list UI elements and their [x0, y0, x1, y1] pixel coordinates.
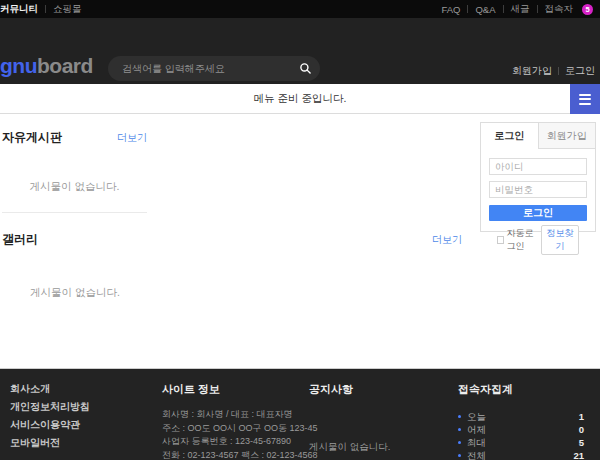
footer-visitor-stats: 접속자집계 오늘 1 어제 0 최대 5 전체 21 — [458, 382, 584, 460]
footer-notice-empty-message: 게시물이 없습니다. — [309, 441, 439, 454]
login-submit-button[interactable]: 로그인 — [489, 205, 587, 221]
visitor-value: 5 — [579, 436, 584, 449]
visitor-label: 어제 — [467, 423, 486, 436]
topbar-faq-link[interactable]: FAQ — [441, 4, 460, 15]
tab-login[interactable]: 로그인 — [481, 123, 538, 149]
topbar-right-menu: FAQ Q&A 새글 접속자 5 — [441, 3, 600, 16]
gallery-section: 갤러리 더보기 게시물이 없습니다. — [2, 231, 462, 300]
footer-site-info: 사이트 정보 회사명 : 회사명 / 대표 : 대표자명 주소 : OO도 OO… — [162, 382, 312, 460]
topbar-shop-link[interactable]: 쇼핑몰 — [53, 3, 82, 16]
visitor-value: 1 — [579, 410, 584, 423]
footer-links: 회사소개 개인정보처리방침 서비스이용약관 모바일버전 — [10, 382, 90, 450]
latest-board-title[interactable]: 자유게시판 — [2, 129, 62, 146]
bullet-icon — [458, 454, 461, 457]
visitor-label: 최대 — [467, 436, 486, 449]
topbar-separator — [537, 5, 538, 13]
site-info-company: 회사명 : 회사명 / 대표 : 대표자명 — [162, 408, 312, 422]
topbar-newposts-link[interactable]: 새글 — [511, 3, 530, 16]
signup-link[interactable]: 회원가입 — [512, 64, 552, 78]
topbar-qna-link[interactable]: Q&A — [475, 4, 495, 15]
topbar: 커뮤니티 쇼핑몰 FAQ Q&A 새글 접속자 5 — [0, 0, 600, 18]
login-form: 로그인 자동로그인 정보찾기 — [481, 149, 595, 255]
footer-link-mobile[interactable]: 모바일버전 — [10, 436, 90, 450]
visitor-label: 오늘 — [467, 410, 486, 423]
topbar-visitors-link[interactable]: 접속자 — [545, 3, 574, 16]
gallery-title[interactable]: 갤러리 — [2, 231, 38, 248]
logo-text-gnu: gnu — [0, 54, 37, 77]
latest-board-header: 자유게시판 더보기 — [2, 129, 147, 146]
footer-link-company[interactable]: 회사소개 — [10, 382, 90, 396]
login-id-field[interactable] — [489, 158, 587, 175]
gallery-more-link[interactable]: 더보기 — [432, 233, 462, 247]
footer-link-terms[interactable]: 서비스이용약관 — [10, 418, 90, 432]
search-input[interactable] — [108, 63, 290, 74]
auto-login-checkbox[interactable] — [497, 236, 504, 244]
main-menu-bar: 메뉴 준비 중입니다. — [0, 84, 600, 114]
topbar-separator — [45, 5, 46, 13]
site-header: gnuboard 회원가입 로그인 — [0, 18, 600, 84]
visitor-row-today: 오늘 1 — [458, 410, 584, 423]
latest-board-more-link[interactable]: 더보기 — [117, 131, 147, 145]
search-bar — [108, 56, 320, 81]
site-info-phone: 전화 : 02-123-4567 팩스 : 02-123-4568 — [162, 449, 312, 460]
login-box-tabs: 로그인 회원가입 — [481, 123, 595, 149]
site-footer: 회사소개 개인정보처리방침 서비스이용약관 모바일버전 사이트 정보 회사명 :… — [0, 368, 600, 460]
topbar-community-link[interactable]: 커뮤니티 — [0, 3, 38, 16]
search-button[interactable] — [290, 56, 320, 81]
site-info-lines: 회사명 : 회사명 / 대표 : 대표자명 주소 : OO도 OO시 OO구 O… — [162, 408, 312, 460]
search-icon — [299, 62, 312, 75]
auto-login-option[interactable]: 자동로그인 — [497, 227, 541, 253]
logo-text-board: board — [37, 54, 93, 77]
menu-toggle-button[interactable] — [570, 84, 600, 114]
footer-link-privacy[interactable]: 개인정보처리방침 — [10, 400, 90, 414]
bullet-icon — [458, 428, 461, 431]
login-link[interactable]: 로그인 — [565, 64, 595, 78]
latest-board-section: 자유게시판 더보기 게시물이 없습니다. — [2, 129, 147, 213]
topbar-separator — [503, 5, 504, 13]
tab-signup[interactable]: 회원가입 — [538, 123, 596, 149]
visitor-value: 0 — [579, 423, 584, 436]
site-info-bizno: 사업자 등록번호 : 123-45-67890 — [162, 435, 312, 449]
visitor-value: 21 — [573, 449, 584, 460]
topbar-left-menu: 커뮤니티 쇼핑몰 — [0, 3, 82, 16]
login-box: 로그인 회원가입 로그인 자동로그인 정보찾기 — [480, 122, 596, 232]
visitor-count-badge: 5 — [582, 4, 593, 15]
login-options: 자동로그인 정보찾기 — [489, 221, 587, 255]
menu-notice-text: 메뉴 준비 중입니다. — [0, 84, 600, 113]
site-info-title: 사이트 정보 — [162, 382, 312, 397]
bullet-icon — [458, 441, 461, 444]
bullet-icon — [458, 415, 461, 418]
visitor-stats-list: 오늘 1 어제 0 최대 5 전체 21 — [458, 410, 584, 460]
latest-board-empty-message: 게시물이 없습니다. — [2, 180, 147, 194]
footer-notice-title[interactable]: 공지사항 — [309, 382, 439, 397]
visitor-stats-title: 접속자집계 — [458, 382, 584, 397]
footer-notice: 공지사항 게시물이 없습니다. — [309, 382, 439, 454]
visitor-row-yesterday: 어제 0 — [458, 423, 584, 436]
gallery-empty-message: 게시물이 없습니다. — [30, 286, 462, 300]
find-info-button[interactable]: 정보찾기 — [541, 225, 579, 255]
site-info-address: 주소 : OO도 OO시 OO구 OO동 123-45 — [162, 422, 312, 436]
member-links: 회원가입 로그인 — [512, 64, 595, 78]
gallery-header: 갤러리 더보기 — [2, 231, 462, 248]
site-logo[interactable]: gnuboard — [0, 54, 93, 78]
login-password-field[interactable] — [489, 181, 587, 198]
visitor-row-max: 최대 5 — [458, 436, 584, 449]
auto-login-label: 자동로그인 — [507, 227, 541, 253]
topbar-separator — [467, 5, 468, 13]
member-links-separator — [558, 67, 559, 75]
visitor-row-total: 전체 21 — [458, 449, 584, 460]
visitor-label: 전체 — [467, 449, 486, 460]
